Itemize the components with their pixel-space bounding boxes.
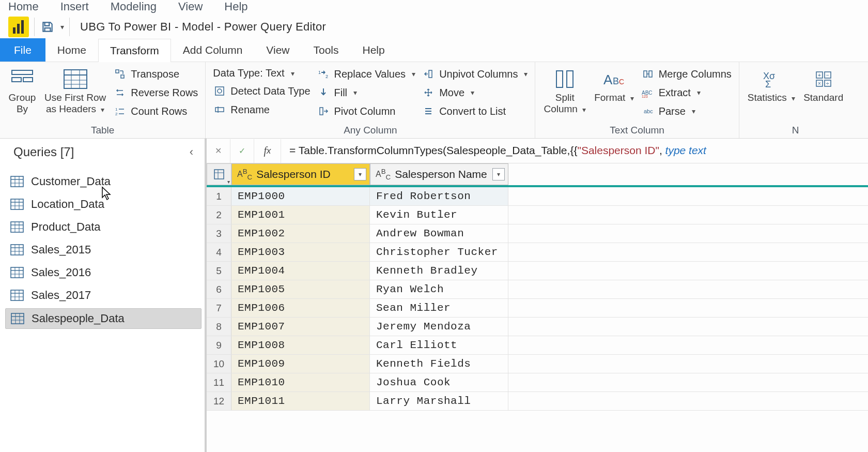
parse-button[interactable]: abcParse▾ (638, 103, 735, 119)
ribbon-tab-tools[interactable]: Tools (301, 38, 350, 62)
fill-button[interactable]: Fill▾ (314, 85, 419, 100)
collapse-queries-icon[interactable]: ‹ (190, 145, 193, 159)
commit-formula-button[interactable]: ✓ (230, 139, 254, 163)
cell-salesperson-name[interactable]: Christopher Tucker (370, 243, 508, 261)
row-number[interactable]: 9 (207, 336, 231, 354)
merge-columns-button[interactable]: Merge Columns (638, 66, 735, 82)
row-number[interactable]: 6 (207, 280, 231, 298)
pivot-column-button[interactable]: Pivot Column (314, 103, 419, 119)
query-item[interactable]: Salespeople_Data (5, 308, 202, 329)
cancel-formula-button[interactable]: ✕ (207, 139, 230, 163)
cell-salesperson-name[interactable]: Kenneth Fields (370, 355, 508, 373)
cell-salesperson-name[interactable]: Jeremy Mendoza (370, 318, 508, 336)
format-button[interactable]: ABC Format ▾ (590, 64, 638, 106)
cell-salesperson-id[interactable]: EMP1004 (231, 262, 370, 280)
standard-button[interactable]: +−×÷ Standard (799, 64, 847, 106)
query-item[interactable]: Customer_Data (5, 172, 202, 191)
row-number[interactable]: 2 (207, 206, 231, 224)
ribbon-tab-transform[interactable]: Transform (98, 39, 171, 62)
rename-button[interactable]: Rename (210, 102, 313, 117)
cell-salesperson-name[interactable]: Kenneth Bradley (370, 262, 508, 280)
table-row[interactable]: 12EMP1011Larry Marshall (207, 392, 868, 411)
detect-data-type-button[interactable]: Detect Data Type (210, 83, 313, 99)
cell-salesperson-id[interactable]: EMP1005 (231, 280, 370, 298)
cell-salesperson-id[interactable]: EMP1006 (231, 299, 370, 317)
cell-salesperson-name[interactable]: Larry Marshall (370, 392, 508, 410)
split-column-button[interactable]: Split Column ▾ (539, 64, 590, 117)
ribbon-tab-home[interactable]: Home (45, 38, 98, 62)
table-row[interactable]: 7EMP1006Sean Miller (207, 299, 868, 318)
save-button[interactable] (40, 19, 55, 35)
table-row[interactable]: 4EMP1003Christopher Tucker (207, 243, 868, 262)
row-number[interactable]: 10 (207, 355, 231, 373)
query-item[interactable]: Location_Data (5, 194, 202, 214)
ext-menu-help[interactable]: Help (224, 0, 247, 13)
cell-salesperson-name[interactable]: Carl Elliott (370, 336, 508, 354)
row-number[interactable]: 1 (207, 187, 231, 205)
unpivot-columns-button[interactable]: Unpivot Columns▾ (419, 66, 531, 82)
cell-salesperson-name[interactable]: Joshua Cook (370, 373, 508, 391)
ext-menu-home[interactable]: Home (8, 0, 39, 13)
cell-salesperson-name[interactable]: Fred Robertson (370, 187, 508, 205)
table-row[interactable]: 3EMP1002Andrew Bowman (207, 224, 868, 243)
row-number[interactable]: 8 (207, 318, 231, 336)
reverse-rows-button[interactable]: Reverse Rows (110, 85, 201, 100)
ext-menu-view[interactable]: View (178, 0, 203, 13)
cell-salesperson-id[interactable]: EMP1002 (231, 224, 370, 243)
table-row[interactable]: 5EMP1004Kenneth Bradley (207, 262, 868, 280)
row-number[interactable]: 3 (207, 224, 231, 243)
transpose-button[interactable]: Transpose (110, 66, 201, 82)
cell-salesperson-name[interactable]: Sean Miller (370, 299, 508, 317)
ribbon-tab-view[interactable]: View (254, 38, 301, 62)
row-number[interactable]: 11 (207, 373, 231, 391)
cell-salesperson-id[interactable]: EMP1001 (231, 206, 370, 224)
convert-to-list-button[interactable]: Convert to List (419, 103, 531, 119)
group-by-button[interactable]: Group By (4, 64, 40, 117)
ext-menu-modeling[interactable]: Modeling (111, 0, 157, 13)
cell-salesperson-id[interactable]: EMP1008 (231, 336, 370, 354)
query-item[interactable]: Product_Data (5, 217, 202, 237)
extract-button[interactable]: ABC123Extract▾ (638, 85, 735, 100)
table-row[interactable]: 6EMP1005Ryan Welch (207, 280, 868, 299)
use-first-row-headers-button[interactable]: Use First Row as Headers ▾ (40, 64, 110, 117)
column-header-salesperson-id[interactable]: ABC Salesperson ID ▾ (231, 163, 370, 185)
column-filter-dropdown[interactable]: ▾ (492, 168, 505, 180)
table-row[interactable]: 11EMP1010Joshua Cook (207, 373, 868, 392)
cell-salesperson-name[interactable]: Kevin Butler (370, 206, 508, 224)
cell-salesperson-id[interactable]: EMP1010 (231, 373, 370, 391)
cell-salesperson-id[interactable]: EMP1011 (231, 392, 370, 410)
table-row[interactable]: 8EMP1007Jeremy Mendoza (207, 318, 868, 336)
table-select-all[interactable]: ▾ (207, 163, 231, 185)
cell-salesperson-id[interactable]: EMP1003 (231, 243, 370, 261)
cell-salesperson-name[interactable]: Andrew Bowman (370, 224, 508, 243)
table-row[interactable]: 9EMP1008Carl Elliott (207, 336, 868, 355)
statistics-button[interactable]: XσΣ Statistics ▾ (743, 64, 799, 106)
cell-salesperson-id[interactable]: EMP1007 (231, 318, 370, 336)
cell-salesperson-id[interactable]: EMP1009 (231, 355, 370, 373)
query-item[interactable]: Sales_2015 (5, 240, 202, 260)
ribbon-tab-addcolumn[interactable]: Add Column (171, 38, 255, 62)
table-row[interactable]: 1EMP1000Fred Robertson (207, 187, 868, 206)
data-type-button[interactable]: Data Type: Text▾ (210, 66, 313, 80)
ribbon-tab-file[interactable]: File (0, 38, 45, 62)
ribbon-tab-help[interactable]: Help (351, 38, 397, 62)
query-item[interactable]: Sales_2017 (5, 285, 202, 305)
row-number[interactable]: 4 (207, 243, 231, 261)
column-filter-dropdown[interactable]: ▾ (354, 168, 366, 180)
move-button[interactable]: Move▾ (419, 85, 531, 100)
column-header-salesperson-name[interactable]: ABC Salesperson Name ▾ (370, 163, 508, 185)
qat-dropdown-icon[interactable]: ▾ (60, 23, 64, 31)
row-number[interactable]: 5 (207, 262, 231, 280)
cell-salesperson-id[interactable]: EMP1000 (231, 187, 370, 205)
ext-menu-insert[interactable]: Insert (60, 0, 89, 13)
replace-values-button[interactable]: 12Replace Values▾ (314, 66, 419, 82)
formula-bar[interactable]: = Table.TransformColumnTypes(Salespeople… (281, 144, 868, 157)
merge-icon (641, 67, 655, 81)
cell-salesperson-name[interactable]: Ryan Welch (370, 280, 508, 298)
count-rows-button[interactable]: 12Count Rows (110, 103, 201, 119)
query-item[interactable]: Sales_2016 (5, 263, 202, 282)
table-row[interactable]: 2EMP1001Kevin Butler (207, 206, 868, 224)
row-number[interactable]: 12 (207, 392, 231, 410)
row-number[interactable]: 7 (207, 299, 231, 317)
table-row[interactable]: 10EMP1009Kenneth Fields (207, 355, 868, 373)
